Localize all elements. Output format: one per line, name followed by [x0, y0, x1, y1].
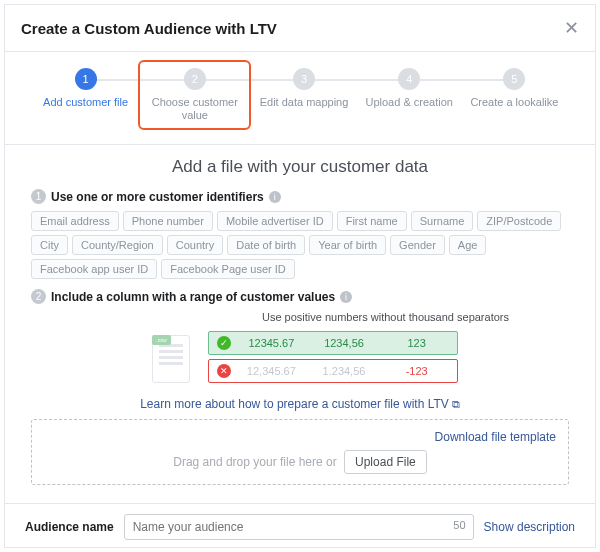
learn-more-link[interactable]: Learn more about how to prepare a custom…: [140, 397, 460, 411]
identifier-tag[interactable]: Gender: [390, 235, 445, 255]
audience-name-label: Audience name: [25, 520, 114, 534]
example-graphic: .csv ✓ 12345.67 1234,56 123 ✕ 12,345.67 …: [31, 329, 569, 389]
example-value: -123: [384, 365, 449, 377]
section-header: 1 Use one or more customer identifiers i: [31, 189, 569, 204]
audience-name-input[interactable]: [124, 514, 474, 540]
audience-name-wrap: 50: [124, 514, 474, 540]
identifier-tag[interactable]: Facebook app user ID: [31, 259, 157, 279]
values-section: 2 Include a column with a range of custo…: [31, 289, 569, 485]
show-description-link[interactable]: Show description: [484, 520, 575, 534]
example-good: ✓ 12345.67 1234,56 123: [208, 331, 458, 355]
identifier-tag[interactable]: Surname: [411, 211, 474, 231]
step-label: Add customer file: [33, 96, 138, 109]
close-icon[interactable]: ✕: [564, 17, 579, 39]
example-rows: ✓ 12345.67 1234,56 123 ✕ 12,345.67 1.234…: [208, 331, 458, 387]
dialog-body: Add a file with your customer data 1 Use…: [5, 145, 595, 503]
example-value: 1234,56: [312, 337, 377, 349]
check-icon: ✓: [217, 336, 231, 350]
stepper: 1 Add customer file 2 Choose customer va…: [5, 52, 595, 145]
step-number: 4: [398, 68, 420, 90]
section-title: Use one or more customer identifiers: [51, 190, 264, 204]
info-icon[interactable]: i: [340, 291, 352, 303]
upload-file-button[interactable]: Upload File: [344, 450, 427, 474]
step-1[interactable]: 1 Add customer file: [33, 68, 138, 109]
identifier-tag[interactable]: ZIP/Postcode: [477, 211, 561, 231]
step-number: 5: [503, 68, 525, 90]
dropzone-label: Drag and drop your file here or: [173, 455, 336, 469]
x-icon: ✕: [217, 364, 231, 378]
identifier-tag[interactable]: Email address: [31, 211, 119, 231]
step-2[interactable]: 2 Choose customer value: [138, 60, 251, 130]
download-template-link[interactable]: Download file template: [44, 430, 556, 444]
step-label: Upload & creation: [357, 96, 462, 109]
step-number: 3: [293, 68, 315, 90]
learn-more-text: Learn more about how to prepare a custom…: [140, 397, 449, 411]
example-value: 1.234,56: [312, 365, 377, 377]
identifier-tags: Email addressPhone numberMobile advertis…: [31, 211, 569, 279]
step-5[interactable]: 5 Create a lookalike: [462, 68, 567, 109]
learn-more: Learn more about how to prepare a custom…: [31, 397, 569, 411]
dropzone-text: Drag and drop your file here or Upload F…: [44, 450, 556, 474]
dialog: Create a Custom Audience with LTV ✕ 1 Ad…: [4, 4, 596, 548]
section-number: 2: [31, 289, 46, 304]
dialog-footer: Audience name 50 Show description: [5, 503, 595, 550]
page-title: Add a file with your customer data: [31, 157, 569, 177]
step-3[interactable]: 3 Edit data mapping: [251, 68, 356, 109]
step-label: Choose customer value: [142, 96, 247, 122]
identifier-tag[interactable]: Date of birth: [227, 235, 305, 255]
step-label: Edit data mapping: [251, 96, 356, 109]
identifier-tag[interactable]: Facebook Page user ID: [161, 259, 295, 279]
example-value: 123: [384, 337, 449, 349]
identifier-tag[interactable]: Age: [449, 235, 487, 255]
dialog-title: Create a Custom Audience with LTV: [21, 20, 277, 37]
identifier-tag[interactable]: City: [31, 235, 68, 255]
identifier-tag[interactable]: Phone number: [123, 211, 213, 231]
dialog-header: Create a Custom Audience with LTV ✕: [5, 5, 595, 52]
section-title: Include a column with a range of custome…: [51, 290, 335, 304]
step-number: 1: [75, 68, 97, 90]
step-4[interactable]: 4 Upload & creation: [357, 68, 462, 109]
example-bad: ✕ 12,345.67 1.234,56 -123: [208, 359, 458, 383]
identifier-tag[interactable]: First name: [337, 211, 407, 231]
dropzone[interactable]: Download file template Drag and drop you…: [31, 419, 569, 485]
external-link-icon: ⧉: [452, 398, 460, 410]
section-header: 2 Include a column with a range of custo…: [31, 289, 569, 304]
step-label: Create a lookalike: [462, 96, 567, 109]
example-value: 12,345.67: [239, 365, 304, 377]
example-value: 12345.67: [239, 337, 304, 349]
identifier-tag[interactable]: Country: [167, 235, 224, 255]
file-illustration: .csv: [142, 329, 202, 389]
step-number: 2: [184, 68, 206, 90]
identifier-tag[interactable]: Mobile advertiser ID: [217, 211, 333, 231]
identifier-tag[interactable]: County/Region: [72, 235, 163, 255]
char-count: 50: [453, 519, 465, 531]
section-number: 1: [31, 189, 46, 204]
identifier-tag[interactable]: Year of birth: [309, 235, 386, 255]
identifiers-section: 1 Use one or more customer identifiers i…: [31, 189, 569, 279]
info-icon[interactable]: i: [269, 191, 281, 203]
format-hint: Use positive numbers without thousand se…: [31, 311, 569, 323]
